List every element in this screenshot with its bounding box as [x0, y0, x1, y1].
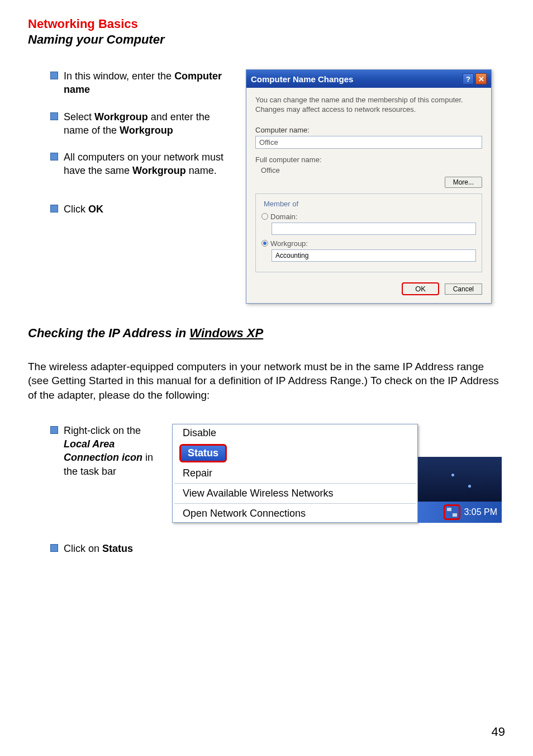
- dialog-titlebar[interactable]: Computer Name Changes ? ✕: [246, 70, 491, 88]
- list-item: Click OK: [50, 202, 229, 216]
- menu-item-repair[interactable]: Repair: [173, 465, 417, 482]
- bullet-text: Select: [64, 111, 94, 122]
- bullet-text: In this window, enter the: [64, 70, 174, 82]
- full-computer-name-value: Office: [255, 166, 482, 174]
- taskbar[interactable]: 3:05 PM: [418, 502, 502, 523]
- computer-name-input[interactable]: [255, 136, 482, 149]
- member-of-label: Member of: [261, 200, 301, 208]
- computer-name-label: Computer name:: [255, 126, 482, 134]
- computer-name-changes-dialog: Computer Name Changes ? ✕ You can change…: [246, 69, 492, 304]
- dialog-title: Computer Name Changes: [251, 74, 353, 84]
- menu-separator: [174, 483, 416, 484]
- cancel-button[interactable]: Cancel: [445, 284, 482, 295]
- bullet-bold: Workgroup: [120, 125, 173, 136]
- bullet-text: Right-click on the: [64, 425, 141, 436]
- list-item: Select Workgroup and enter the name of t…: [50, 110, 229, 138]
- section-checking-ip-text: The wireless adapter-equipped computers …: [28, 360, 505, 403]
- bullet-list-2: Right-click on the Local Area Connection…: [28, 424, 162, 569]
- heading-naming-computer: Naming your Computer: [28, 32, 505, 47]
- bullet-icon: [50, 153, 58, 160]
- menu-item-open-connections[interactable]: Open Network Connections: [173, 505, 417, 522]
- menu-item-view-networks[interactable]: View Available Wireless Networks: [173, 485, 417, 502]
- workgroup-label: Workgroup:: [270, 239, 308, 248]
- full-computer-name-label: Full computer name:: [255, 155, 482, 164]
- bullet-text: Click: [64, 204, 88, 215]
- more-button[interactable]: More...: [445, 177, 482, 188]
- bullet-bold: Workgroup: [132, 165, 186, 176]
- bullet-bold-italic: Local Area Connection icon: [64, 438, 142, 463]
- bullet-text: name.: [186, 165, 217, 176]
- taskbar-area: 3:05 PM: [418, 439, 502, 523]
- dialog-description: You can change the name and the membersh…: [255, 96, 482, 115]
- bullet-icon: [50, 544, 58, 552]
- workgroup-input[interactable]: [272, 249, 476, 262]
- bullet-icon: [50, 112, 58, 120]
- section-checking-ip-heading: Checking the IP Address in Windows XP: [28, 326, 505, 341]
- bullet-bold: Status: [102, 543, 133, 554]
- list-item: Right-click on the Local Area Connection…: [50, 424, 162, 478]
- bullet-list-1: In this window, enter the Computer name …: [28, 69, 229, 304]
- domain-radio[interactable]: [261, 213, 268, 220]
- taskbar-context-screenshot: Disable Status Repair View Available Wir…: [172, 424, 505, 523]
- list-item: All computers on your network must have …: [50, 150, 229, 178]
- network-tray-icon-highlight[interactable]: [444, 504, 460, 520]
- member-of-group: Member of Domain: Workgroup:: [255, 193, 482, 272]
- list-item: In this window, enter the Computer name: [50, 69, 229, 97]
- workgroup-radio[interactable]: [261, 240, 268, 247]
- bullet-text: Click on: [64, 543, 102, 554]
- bullet-icon: [50, 205, 58, 212]
- help-button[interactable]: ?: [463, 73, 474, 84]
- close-button[interactable]: ✕: [475, 73, 487, 84]
- menu-item-status[interactable]: Status: [179, 444, 227, 462]
- bullet-icon: [50, 72, 58, 79]
- domain-label: Domain:: [270, 212, 297, 221]
- bullet-bold: Workgroup: [94, 111, 148, 122]
- bullet-bold: OK: [88, 204, 103, 215]
- domain-input[interactable]: [272, 223, 476, 235]
- heading-networking-basics: Networking Basics: [28, 17, 505, 31]
- context-menu: Disable Status Repair View Available Wir…: [172, 424, 418, 523]
- network-icon[interactable]: [446, 507, 458, 517]
- desktop-dark-area: [418, 457, 502, 502]
- ok-button[interactable]: OK: [402, 282, 439, 295]
- menu-item-disable[interactable]: Disable: [173, 424, 417, 442]
- taskbar-clock[interactable]: 3:05 PM: [464, 507, 497, 517]
- bullet-icon: [50, 426, 58, 434]
- menu-separator: [174, 503, 416, 504]
- list-item: Click on Status: [50, 542, 162, 555]
- page-number: 49: [492, 725, 505, 739]
